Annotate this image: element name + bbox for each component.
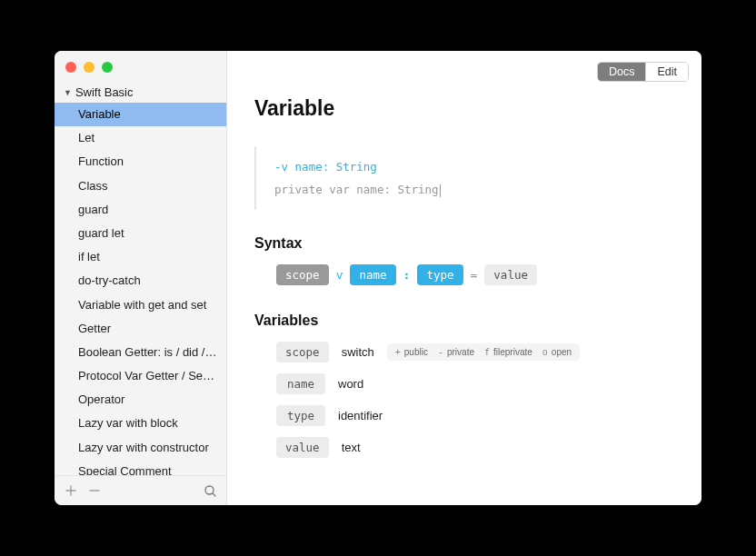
variable-desc: identifier (338, 409, 383, 422)
sidebar-footer (55, 475, 226, 505)
sidebar-item[interactable]: Boolean Getter: is / did / ha... (55, 341, 226, 364)
switch-value: fileprivate (493, 347, 532, 357)
syntax-sep-eq: = (471, 268, 478, 282)
variable-desc: switch (342, 345, 374, 359)
edit-tab[interactable]: Edit (646, 63, 688, 81)
remove-button[interactable] (87, 483, 102, 498)
sidebar-item[interactable]: Operator (55, 388, 226, 412)
switch-option[interactable]: +public (391, 345, 433, 359)
plus-icon (65, 484, 77, 497)
switch-value: private (447, 347, 474, 357)
sidebar-item[interactable]: do-try-catch (55, 269, 226, 293)
sidebar-list: VariableLetFunctionClassguardguard letif… (55, 103, 226, 475)
minimize-window-button[interactable] (84, 62, 94, 73)
syntax-token-type: type (417, 264, 463, 285)
syntax-token-name: name (350, 264, 395, 285)
variable-row-value: value text (276, 437, 674, 458)
variable-desc: text (342, 441, 361, 454)
window-controls (55, 51, 226, 82)
docs-tab[interactable]: Docs (598, 63, 646, 81)
switch-key: - (438, 347, 443, 357)
close-window-button[interactable] (65, 62, 76, 73)
variable-row-scope: scope switch +public-privateffileprivate… (276, 342, 674, 362)
text-cursor-icon (440, 184, 441, 197)
sidebar-item[interactable]: Protocol Var Getter / Setter (55, 364, 226, 388)
sidebar-item[interactable]: Let (55, 126, 226, 150)
switch-options: +public-privateffileprivateoopen (387, 343, 580, 361)
switch-value: public (404, 347, 428, 357)
switch-option[interactable]: ffileprivate (480, 345, 537, 359)
switch-option[interactable]: oopen (538, 345, 576, 359)
sidebar-item[interactable]: Variable with get and set (55, 293, 226, 317)
variable-label: value (276, 437, 329, 458)
syntax-sep-colon: : (403, 268, 411, 282)
sidebar-item[interactable]: Class (55, 174, 226, 198)
search-button[interactable] (203, 483, 217, 498)
switch-value: open (552, 347, 572, 357)
code-expansion-line: private var name: String (274, 178, 674, 201)
sidebar-group-header[interactable]: ▼ Swift Basic (55, 82, 226, 103)
sidebar-item[interactable]: Lazy var with block (55, 412, 226, 435)
search-icon (204, 484, 217, 498)
variable-label: name (276, 373, 325, 394)
variable-row-type: type identifier (276, 405, 674, 426)
content-area: Docs Edit Variable -v name: String priva… (227, 51, 701, 505)
page-title: Variable (254, 96, 674, 121)
code-template-line: -v name: String (274, 155, 674, 178)
syntax-row: scope v name : type = value (254, 264, 674, 285)
sidebar-item[interactable]: if let (55, 245, 226, 269)
minus-icon (88, 484, 101, 497)
switch-option[interactable]: -private (433, 345, 479, 359)
variables-heading: Variables (254, 313, 674, 329)
variable-label: type (276, 405, 325, 426)
variables-table: scope switch +public-privateffileprivate… (254, 342, 674, 458)
variable-label: scope (276, 342, 329, 362)
switch-key: + (395, 347, 401, 357)
add-button[interactable] (64, 483, 78, 498)
syntax-sep-v: v (336, 268, 343, 282)
sidebar-item[interactable]: Special Comment (55, 460, 226, 475)
variable-desc: word (338, 377, 363, 391)
disclosure-triangle-icon: ▼ (64, 88, 72, 97)
sidebar: ▼ Swift Basic VariableLetFunctionClassgu… (55, 51, 227, 505)
syntax-token-value: value (484, 264, 537, 285)
mode-toggle: Docs Edit (597, 62, 689, 82)
sidebar-item[interactable]: Lazy var with constructor (55, 436, 226, 460)
switch-key: f (484, 347, 490, 357)
variable-row-name: name word (276, 373, 674, 394)
app-window: ▼ Swift Basic VariableLetFunctionClassgu… (55, 51, 701, 505)
sidebar-item[interactable]: Getter (55, 317, 226, 341)
sidebar-group-title: Swift Basic (75, 85, 134, 99)
sidebar-item[interactable]: guard (55, 198, 226, 222)
syntax-token-scope: scope (276, 264, 329, 285)
sidebar-item[interactable]: guard let (55, 222, 226, 245)
switch-key: o (542, 347, 548, 357)
sidebar-item[interactable]: Variable (55, 103, 226, 126)
sidebar-item[interactable]: Function (55, 150, 226, 174)
syntax-heading: Syntax (254, 235, 674, 252)
main-content: Variable -v name: String private var nam… (227, 51, 701, 496)
zoom-window-button[interactable] (102, 62, 113, 73)
code-block: -v name: String private var name: String (254, 146, 674, 210)
